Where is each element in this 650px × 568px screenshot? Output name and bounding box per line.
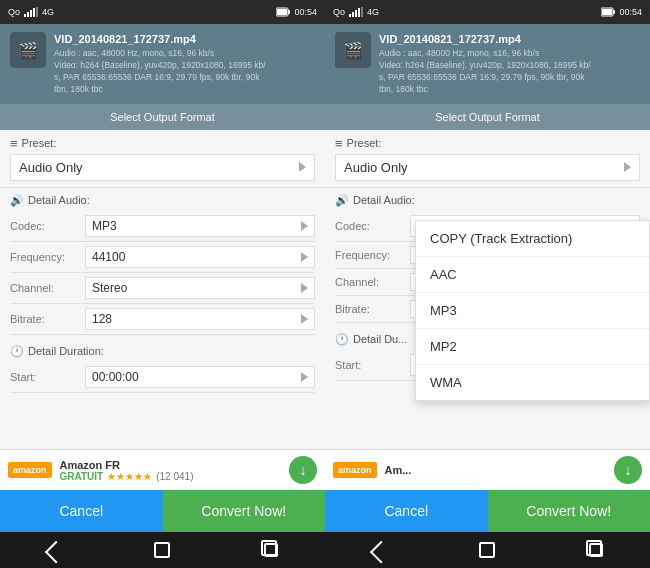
output-format-btn-right[interactable]: Select Output Format <box>325 104 650 130</box>
bitrate-label-left: Bitrate: <box>10 313 85 325</box>
recent-button-right[interactable] <box>581 540 611 560</box>
back-button-left[interactable] <box>39 540 69 560</box>
detail-audio-header-left: 🔊 Detail Audio: <box>10 194 315 207</box>
file-name-left: VID_20140821_172737.mp4 <box>54 32 315 46</box>
start-value-left[interactable]: 00:00:00 <box>85 366 315 388</box>
left-panel: Qo 4G 00:54 🎬 VID_20140821_172737.m <box>0 0 325 568</box>
svg-rect-8 <box>349 14 351 17</box>
nav-bar-left <box>0 532 325 568</box>
home-icon-right <box>479 542 495 558</box>
bitrate-row-left: Bitrate: 128 <box>10 304 315 335</box>
right-panel: Qo 4G 00:54 🎬 VID_20140821_172737.m <box>325 0 650 568</box>
ad-reviews-left: (12 041) <box>156 471 193 482</box>
convert-button-left[interactable]: Convert Now! <box>163 490 326 532</box>
codec-dropdown: COPY (Track Extraction) AAC MP3 MP2 WMA <box>415 220 650 401</box>
bitrate-value-left[interactable]: 128 <box>85 308 315 330</box>
file-header-left: 🎬 VID_20140821_172737.mp4 Audio : aac, 4… <box>0 24 325 104</box>
preset-value-right[interactable]: Audio Only <box>335 154 640 181</box>
detail-audio-header-right: 🔊 Detail Audio: <box>335 194 640 207</box>
svg-rect-2 <box>30 10 32 17</box>
ad-text-left: Amazon FR GRATUIT ★★★★★ (12 041) <box>60 459 281 482</box>
clock-icon-right: 🕐 <box>335 333 349 346</box>
duration-header-left: 🕐 Detail Duration: <box>10 345 315 358</box>
channel-chevron-left <box>301 283 308 293</box>
film-icon: 🎬 <box>18 41 38 60</box>
cancel-button-left[interactable]: Cancel <box>0 490 163 532</box>
network-type-right: 4G <box>367 7 379 17</box>
svg-rect-9 <box>352 12 354 17</box>
ad-title-right: Am... <box>385 464 606 476</box>
bottom-buttons-right: Cancel Convert Now! <box>325 490 650 532</box>
back-icon-left <box>45 541 68 564</box>
output-format-btn-left[interactable]: Select Output Format <box>0 104 325 130</box>
codec-label-right: Codec: <box>335 220 410 232</box>
carrier-text-right: Qo <box>333 7 345 17</box>
battery-icon <box>276 7 290 17</box>
start-label-left: Start: <box>10 371 85 383</box>
ad-subtitle-left: GRATUIT <box>60 471 104 482</box>
file-icon-right: 🎬 <box>335 32 371 68</box>
freq-chevron-left <box>301 252 308 262</box>
frequency-row-left: Frequency: 44100 <box>10 242 315 273</box>
frequency-value-left[interactable]: 44100 <box>85 246 315 268</box>
svg-rect-3 <box>33 8 35 17</box>
start-label-right: Start: <box>335 359 410 371</box>
bottom-buttons-left: Cancel Convert Now! <box>0 490 325 532</box>
ad-banner-right[interactable]: amazon Am... ↓ <box>325 449 650 490</box>
channel-value-left[interactable]: Stereo <box>85 277 315 299</box>
frequency-label-right: Frequency: <box>335 249 410 261</box>
channel-label-left: Channel: <box>10 282 85 294</box>
signal-icon <box>24 7 38 17</box>
file-name-right: VID_20140821_172737.mp4 <box>379 32 640 46</box>
preset-chevron-left <box>299 162 306 172</box>
svg-rect-4 <box>36 7 38 17</box>
status-bar-right-left-icons: Qo 4G <box>333 7 379 17</box>
preset-chevron-right <box>624 162 631 172</box>
svg-rect-6 <box>288 10 290 14</box>
back-icon-right <box>370 541 393 564</box>
convert-button-right[interactable]: Convert Now! <box>488 490 651 532</box>
svg-rect-10 <box>355 10 357 17</box>
bitrate-chevron-left <box>301 314 308 324</box>
ad-stars-left: ★★★★★ <box>107 471 152 482</box>
codec-value-left[interactable]: MP3 <box>85 215 315 237</box>
signal-icon-right <box>349 7 363 17</box>
codec-chevron-left <box>301 221 308 231</box>
ad-banner-left[interactable]: amazon Amazon FR GRATUIT ★★★★★ (12 041) … <box>0 449 325 490</box>
dropdown-item-aac[interactable]: AAC <box>416 257 649 293</box>
ad-title-left: Amazon FR <box>60 459 281 471</box>
clock-icon-left: 🕐 <box>10 345 24 358</box>
ad-logo-right: amazon <box>333 462 377 478</box>
menu-icon-left: ≡ <box>10 136 18 151</box>
preset-section-left: ≡ Preset: Audio Only <box>0 130 325 188</box>
codec-row-left: Codec: MP3 <box>10 211 315 242</box>
preset-value-left[interactable]: Audio Only <box>10 154 315 181</box>
file-info-right: VID_20140821_172737.mp4 Audio : aac, 480… <box>379 32 640 96</box>
preset-label-right: ≡ Preset: <box>335 136 640 151</box>
home-button-right[interactable] <box>472 540 502 560</box>
back-button-right[interactable] <box>364 540 394 560</box>
ad-logo-left: amazon <box>8 462 52 478</box>
ad-download-btn-right[interactable]: ↓ <box>614 456 642 484</box>
svg-rect-7 <box>277 9 287 15</box>
audio-icon-left: 🔊 <box>10 194 24 207</box>
recent-button-left[interactable] <box>256 540 286 560</box>
dropdown-item-copy[interactable]: COPY (Track Extraction) <box>416 221 649 257</box>
start-row-left: Start: 00:00:00 <box>10 362 315 393</box>
channel-row-left: Channel: Stereo <box>10 273 315 304</box>
home-button-left[interactable] <box>147 540 177 560</box>
svg-rect-15 <box>602 9 612 15</box>
time-right: 00:54 <box>619 7 642 17</box>
dropdown-item-wma[interactable]: WMA <box>416 365 649 400</box>
channel-label-right: Channel: <box>335 276 410 288</box>
audio-icon-right: 🔊 <box>335 194 349 207</box>
ad-download-btn-left[interactable]: ↓ <box>289 456 317 484</box>
status-bar-left-icons: Qo 4G <box>8 7 54 17</box>
cancel-button-right[interactable]: Cancel <box>325 490 488 532</box>
file-info-left: VID_20140821_172737.mp4 Audio : aac, 480… <box>54 32 315 96</box>
dropdown-item-mp2[interactable]: MP2 <box>416 329 649 365</box>
start-chevron-left <box>301 372 308 382</box>
status-bar-right: Qo 4G 00:54 <box>325 0 650 24</box>
file-header-right: 🎬 VID_20140821_172737.mp4 Audio : aac, 4… <box>325 24 650 104</box>
dropdown-item-mp3[interactable]: MP3 <box>416 293 649 329</box>
